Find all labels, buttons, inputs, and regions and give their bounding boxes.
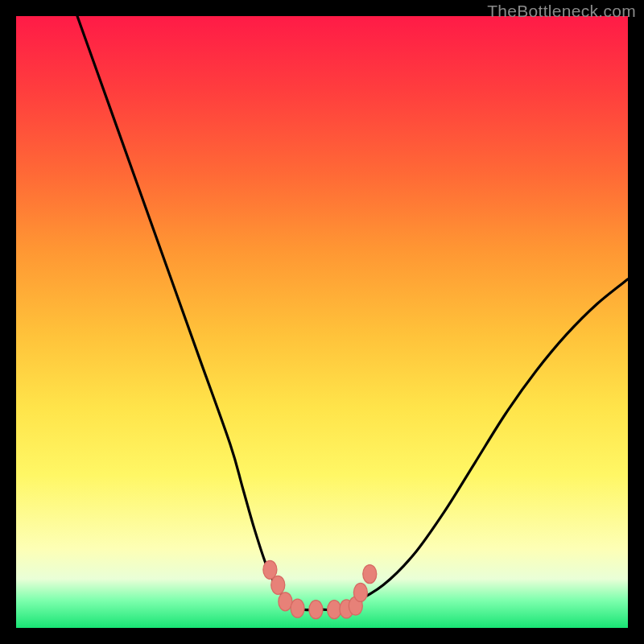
- highlight-marker: [328, 601, 341, 619]
- highlight-marker: [271, 576, 285, 594]
- highlight-marker: [279, 592, 292, 611]
- highlight-marker: [353, 583, 367, 601]
- marker-group: [263, 560, 377, 618]
- chart-plot-area: [16, 16, 628, 628]
- highlight-marker: [363, 565, 377, 584]
- highlight-marker: [291, 599, 304, 617]
- chart-frame: TheBottleneck.com: [0, 0, 644, 644]
- watermark-text: TheBottleneck.com: [487, 2, 636, 21]
- chart-svg: [16, 16, 628, 628]
- bottleneck-curve: [77, 16, 628, 610]
- highlight-marker: [309, 601, 323, 619]
